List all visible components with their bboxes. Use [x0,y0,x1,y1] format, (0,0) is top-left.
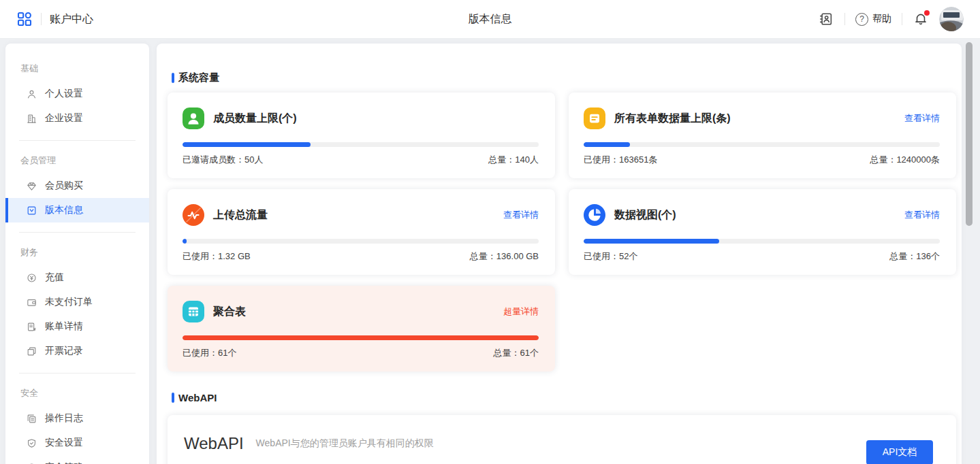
total-label: 总量：61个 [494,347,539,359]
progress-fill [584,239,719,244]
apps-grid-icon[interactable] [16,11,33,27]
sidebar-item-label: 操作日志 [45,412,83,425]
upload-traffic-icon [183,204,204,226]
sidebar-item-security-settings[interactable]: 安全设置 [5,431,149,455]
used-label: 已使用：163651条 [584,154,657,166]
sidebar-item-label: 安全策略 [45,461,83,464]
capacity-section-header: 系统容量 [172,72,956,83]
total-label: 总量：140人 [488,154,539,166]
notification-bell-icon[interactable] [913,11,929,27]
sidebar-item-label: 版本信息 [45,204,83,216]
sidebar-section-basics: 基础 [5,49,149,82]
card-link[interactable]: 超量详情 [503,305,539,318]
section-accent-bar [172,73,174,83]
used-label: 已使用：1.32 GB [183,250,251,263]
sidebar-item-personal-settings[interactable]: 个人设置 [5,82,149,106]
top-header: 账户中心 版本信息 ? 帮助 [0,0,980,39]
header-divider [902,13,902,25]
sidebar-item-unpaid-orders[interactable]: 未支付订单 [5,290,149,314]
page-title: 版本信息 [469,12,512,27]
card-title: 成员数量上限(个) [213,112,297,126]
sidebar-item-label: 账单详情 [45,320,83,333]
card-link[interactable]: 查看详情 [904,209,940,221]
diamond-icon [26,180,37,192]
sidebar-item-security-policy[interactable]: 安全策略 [5,455,149,464]
progress-track [183,239,539,244]
bill-icon [26,321,37,333]
sidebar-item-label: 个人设置 [45,88,83,100]
webapi-title: WebAPI [184,434,244,453]
used-label: 已使用：61个 [183,347,236,359]
api-docs-button[interactable]: API文档 [866,440,933,464]
used-label: 已邀请成员数：50人 [183,154,263,166]
capacity-card-aggregate-tables: 聚合表 超量详情 已使用：61个 总量：61个 [168,286,555,371]
building-icon [26,113,37,125]
user-icon [26,88,37,100]
progress-fill [584,142,630,147]
card-link[interactable]: 查看详情 [503,209,539,221]
capacity-section-title: 系统容量 [178,71,219,84]
progress-track [584,142,940,147]
vertical-scrollbar-thumb[interactable] [966,42,973,226]
version-icon [26,205,37,216]
webapi-card: WebAPI WebAPI与您的管理员账户具有相同的权限 API文档 [168,415,956,464]
sidebar-item-bill-details[interactable]: 账单详情 [5,314,149,339]
webapi-info: WebAPI WebAPI与您的管理员账户具有相同的权限 [184,434,434,453]
app-title: 账户中心 [50,12,93,27]
card-title: 数据视图(个) [614,208,676,222]
header-divider [41,13,42,25]
wallet-icon [26,297,37,308]
card-link[interactable]: 查看详情 [904,112,940,125]
capacity-cards: 成员数量上限(个) 已邀请成员数：50人 总量：140人 所有表单数据量上限(条… [168,93,956,371]
progress-fill [183,142,311,147]
capacity-card-form-data: 所有表单数据量上限(条) 查看详情 已使用：163651条 总量：1240000… [569,93,956,178]
sidebar-item-invoice-records[interactable]: 开票记录 [5,339,149,363]
sidebar-item-version-info[interactable]: 版本信息 [5,198,149,222]
main-content: 系统容量 成员数量上限(个) 已邀请成员数：50人 总量：140人 [157,44,962,464]
sidebar-item-member-purchase[interactable]: 会员购买 [5,173,149,198]
sidebar-item-label: 未支付订单 [45,296,93,308]
members-icon [183,107,204,129]
card-title: 聚合表 [213,305,246,319]
capacity-card-upload-traffic: 上传总流量 查看详情 已使用：1.32 GB 总量：136.00 GB [168,189,555,275]
notification-badge [924,10,930,16]
total-label: 总量：1240000条 [870,154,940,166]
total-label: 总量：136.00 GB [470,250,539,263]
progress-track [584,239,940,244]
data-view-icon [584,204,605,226]
webapi-description: WebAPI与您的管理员账户具有相同的权限 [256,437,434,450]
sidebar-section-security: 安全 [5,374,149,406]
sidebar: 基础 个人设置 企业设置 会员管理 会员购买 版本信息 财务 充值 未支付订单 … [5,44,149,464]
webapi-section-header: WebAPI [172,392,956,403]
sidebar-item-recharge[interactable]: 充值 [5,265,149,290]
card-title: 上传总流量 [213,208,268,222]
help-label: 帮助 [872,13,891,25]
sidebar-item-enterprise-settings[interactable]: 企业设置 [5,106,149,131]
header-right: ? 帮助 [818,7,964,31]
shield-check-icon [26,437,37,449]
plus-circle-icon [26,462,37,464]
help-icon: ? [855,13,868,26]
sidebar-section-finance: 财务 [5,233,149,265]
used-label: 已使用：52个 [584,250,637,263]
log-copy-icon [26,413,37,425]
sidebar-item-label: 企业设置 [45,112,83,125]
aggregate-table-icon [183,301,204,322]
help-button[interactable]: ? 帮助 [855,13,891,26]
user-avatar[interactable] [939,7,964,31]
coin-yuan-icon [26,272,37,284]
webapi-section-title: WebAPI [178,392,217,403]
contact-book-icon[interactable] [818,11,834,27]
total-label: 总量：136个 [889,250,940,263]
sidebar-item-label: 开票记录 [45,345,83,357]
sidebar-section-membership: 会员管理 [5,141,149,173]
header-left: 账户中心 [16,11,93,27]
header-divider [844,13,845,25]
progress-fill [183,239,187,244]
capacity-card-data-views: 数据视图(个) 查看详情 已使用：52个 总量：136个 [569,189,956,275]
sidebar-item-label: 会员购买 [45,180,83,192]
form-data-icon [584,107,605,129]
sidebar-item-label: 安全设置 [45,437,83,449]
sidebar-item-operation-logs[interactable]: 操作日志 [5,406,149,431]
section-accent-bar [172,393,174,403]
